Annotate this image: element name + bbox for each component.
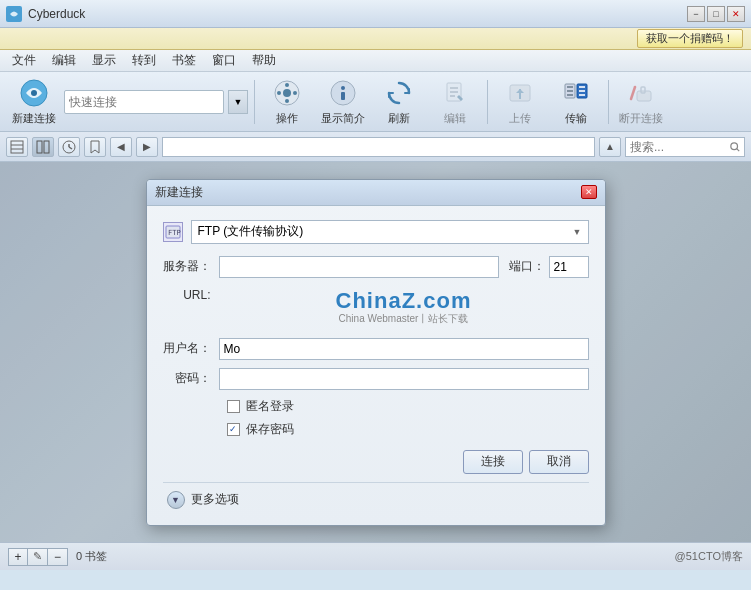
svg-rect-25 — [579, 94, 585, 96]
url-row: URL: ChinaZ.com China Webmaster丨站长下载 — [163, 286, 589, 330]
connect-btn[interactable]: 连接 — [463, 450, 523, 474]
info-icon — [327, 77, 359, 109]
new-connection-btn[interactable]: 新建连接 — [8, 76, 60, 128]
minimize-btn[interactable]: − — [687, 6, 705, 22]
cancel-btn[interactable]: 取消 — [529, 450, 589, 474]
transfer-icon — [560, 77, 592, 109]
upload-icon — [504, 77, 536, 109]
title-bar: Cyberduck − □ ✕ — [0, 0, 751, 28]
port-input[interactable] — [549, 256, 589, 278]
refresh-icon — [383, 77, 415, 109]
svg-rect-31 — [37, 141, 42, 153]
donate-btn[interactable]: 获取一个捐赠码！ — [637, 29, 743, 48]
svg-point-2 — [31, 90, 37, 96]
anon-login-checkbox[interactable] — [227, 400, 240, 413]
save-pwd-checkbox[interactable]: ✓ — [227, 423, 240, 436]
action-btn[interactable]: 操作 — [261, 76, 313, 128]
main-area: 新建连接 ✕ FTP FTP (文件传输协议) ▼ — [0, 162, 751, 542]
anon-login-row: 匿名登录 — [227, 398, 589, 415]
username-input[interactable] — [219, 338, 589, 360]
dialog-title: 新建连接 — [155, 184, 581, 201]
column-view-icon[interactable] — [32, 137, 54, 157]
back-btn[interactable]: ◀ — [110, 137, 132, 157]
watermark-sub: China Webmaster丨站长下载 — [339, 312, 469, 326]
title-bar-controls: − □ ✕ — [687, 6, 745, 22]
edit-label: 编辑 — [444, 111, 466, 126]
disconnect-label: 断开连接 — [619, 111, 663, 126]
protocol-row: FTP FTP (文件传输协议) ▼ — [163, 220, 589, 244]
url-label: URL: — [163, 286, 219, 302]
ftp-icon: FTP — [163, 222, 183, 242]
server-input[interactable] — [219, 256, 499, 278]
search-box — [625, 137, 745, 157]
dialog-close-btn[interactable]: ✕ — [581, 185, 597, 199]
upload-label: 上传 — [509, 111, 531, 126]
add-bookmark-btn[interactable]: + — [8, 548, 28, 566]
svg-point-5 — [285, 83, 289, 87]
action-label: 操作 — [276, 111, 298, 126]
more-options-toggle[interactable]: ▼ — [167, 491, 185, 509]
svg-line-37 — [737, 148, 740, 151]
svg-line-35 — [69, 147, 72, 149]
quick-connect-dropdown[interactable]: ▼ — [228, 90, 248, 114]
svg-rect-32 — [44, 141, 49, 153]
svg-text:FTP: FTP — [168, 229, 181, 237]
server-label: 服务器： — [163, 258, 219, 275]
anon-login-label: 匿名登录 — [246, 398, 294, 415]
menu-edit[interactable]: 编辑 — [44, 50, 84, 71]
action-icon — [271, 77, 303, 109]
new-connection-label: 新建连接 — [12, 111, 56, 126]
protocol-label: FTP (文件传输协议) — [198, 223, 304, 240]
edit-btn[interactable]: 编辑 — [429, 76, 481, 128]
separator-2 — [487, 80, 488, 124]
save-pwd-label: 保存密码 — [246, 421, 294, 438]
menu-go[interactable]: 转到 — [124, 50, 164, 71]
disconnect-btn[interactable]: 断开连接 — [615, 76, 667, 128]
svg-point-6 — [285, 99, 289, 103]
svg-point-36 — [731, 142, 738, 149]
refresh-label: 刷新 — [388, 111, 410, 126]
svg-point-8 — [293, 91, 297, 95]
info-label: 显示简介 — [321, 111, 365, 126]
svg-point-10 — [341, 86, 345, 90]
menu-window[interactable]: 窗口 — [204, 50, 244, 71]
up-btn[interactable]: ▲ — [599, 137, 621, 157]
edit-icon — [439, 77, 471, 109]
search-icon — [730, 141, 740, 153]
protocol-dropdown[interactable]: FTP (文件传输协议) ▼ — [191, 220, 589, 244]
watermark-main: ChinaZ.com — [336, 288, 472, 314]
svg-rect-11 — [341, 92, 345, 100]
edit-bookmark-btn[interactable]: ✎ — [28, 548, 48, 566]
del-bookmark-btn[interactable]: − — [48, 548, 68, 566]
more-options-label: 更多选项 — [191, 491, 239, 508]
list-view-icon[interactable] — [6, 137, 28, 157]
password-row: 密码： — [163, 368, 589, 390]
svg-point-4 — [283, 89, 291, 97]
search-input[interactable] — [630, 140, 730, 154]
bookmark-icon[interactable] — [84, 137, 106, 157]
path-input[interactable] — [162, 137, 595, 157]
new-connection-dialog: 新建连接 ✕ FTP FTP (文件传输协议) ▼ — [146, 179, 606, 526]
menu-view[interactable]: 显示 — [84, 50, 124, 71]
close-btn[interactable]: ✕ — [727, 6, 745, 22]
menu-bookmarks[interactable]: 书签 — [164, 50, 204, 71]
svg-rect-24 — [579, 90, 585, 92]
password-input[interactable] — [219, 368, 589, 390]
upload-btn[interactable]: 上传 — [494, 76, 546, 128]
menu-help[interactable]: 帮助 — [244, 50, 284, 71]
quick-connect-area: ▼ — [64, 90, 248, 114]
watermark-container: ChinaZ.com China Webmaster丨站长下载 — [219, 286, 589, 326]
dialog-buttons: 连接 取消 — [163, 450, 589, 474]
maximize-btn[interactable]: □ — [707, 6, 725, 22]
quick-connect-input[interactable] — [64, 90, 224, 114]
dialog-body: FTP FTP (文件传输协议) ▼ 服务器： 端口： — [147, 206, 605, 525]
more-options-row: ▼ 更多选项 — [163, 482, 589, 511]
clock-icon[interactable] — [58, 137, 80, 157]
menu-file[interactable]: 文件 — [4, 50, 44, 71]
svg-rect-28 — [11, 141, 23, 153]
refresh-btn[interactable]: 刷新 — [373, 76, 425, 128]
nav-bar: ◀ ▶ ▲ — [0, 132, 751, 162]
transfer-btn[interactable]: 传输 — [550, 76, 602, 128]
forward-btn[interactable]: ▶ — [136, 137, 158, 157]
info-btn[interactable]: 显示简介 — [317, 76, 369, 128]
